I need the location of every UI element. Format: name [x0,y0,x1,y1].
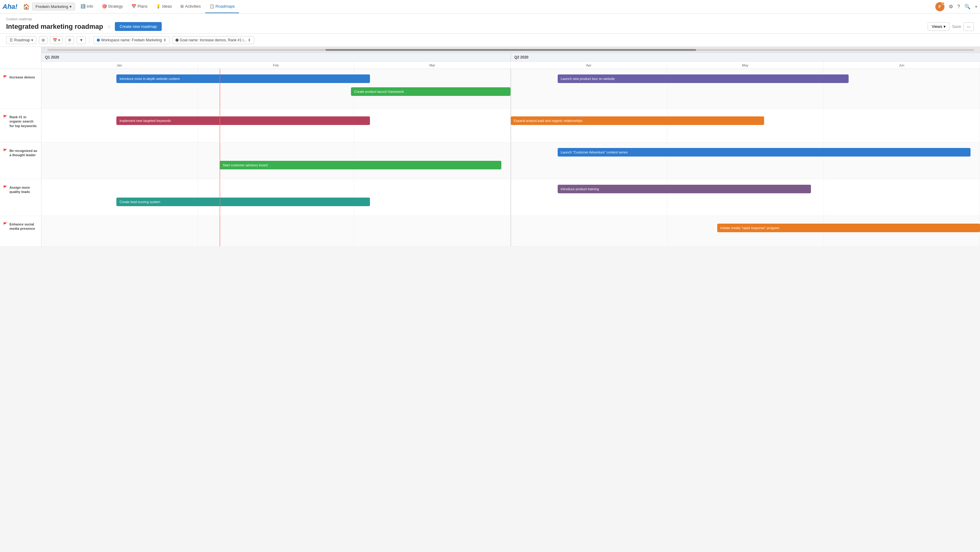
page-label: Custom roadmap [6,17,974,21]
sidebar-goal-quality-leads: 🚩 Assign more quality leads [0,179,41,216]
goal-filter[interactable]: Goal name: Increase demos, Rank #1 i... … [172,36,254,44]
goal-label: Be recognized as a thought leader [10,149,38,157]
chevron-icon: ⇕ [248,38,251,42]
nav-item-roadmaps[interactable]: 📋 Roadmaps [205,0,239,13]
bar-customer-adventure[interactable]: Launch "Customer Adventure" content seri… [558,148,971,156]
goal-row-thought-leader: Launch "Customer Adventure" content seri… [41,142,980,179]
period-q1: Q1 2020 [41,53,511,61]
top-nav: Aha! 🏠 Fredwin Marketing ▾ ℹ️ Info 🎯 Str… [0,0,980,13]
goal-label: Increase demos [10,75,35,80]
gantt-sidebar: 🚩 Increase demos 🚩 Rank #1 in organic se… [0,47,41,247]
page-title-right: Views ▾ Save ··· [928,22,974,31]
goal-row-increase-demos: Introduce more in-depth website content … [41,69,980,109]
chevron-down-icon: ▾ [70,4,72,9]
toolbar: ☰ Roadmap ▾ ⊞ 📅 ▾ ⚙ ▼ Workspace name: Fr… [0,34,980,47]
goal-label: Enhance social media presence [10,222,38,231]
create-roadmap-button[interactable]: Create new roadmap [115,22,162,31]
sidebar-goal-rank1: 🚩 Rank #1 in organic search for top keyw… [0,109,41,142]
nav-item-plans[interactable]: 📅 Plans [127,0,152,13]
view-toggle-button[interactable]: ⊞ [39,36,48,44]
help-icon[interactable]: ? [957,4,960,10]
bar-rapid-response[interactable]: Initiate media "rapid response" program [717,224,980,232]
gantt-container: 🚩 Increase demos 🚩 Rank #1 in organic se… [0,47,980,247]
app-logo: Aha! [2,3,18,11]
save-button[interactable]: Save [952,24,961,29]
more-options-button[interactable]: ··· [964,22,974,31]
date-button[interactable]: 📅 ▾ [50,36,63,44]
goal-flag-icon: 🚩 [3,222,7,226]
bar-product-tour[interactable]: Launch new product tour on website [558,75,849,83]
nav-item-strategy[interactable]: 🎯 Strategy [98,0,127,13]
period-row: Q1 2020 Q2 2020 [41,53,980,62]
bar-customer-advisory[interactable]: Start customer advisory board [220,161,501,169]
scrollbar-track[interactable] [48,49,974,51]
goal-label: Assign more quality leads [10,185,38,194]
nav-right: F ⚙ ? 🔍 + [935,2,978,11]
goal-flag-icon: 🚩 [3,115,7,119]
bar-analyst-relationships[interactable]: Expand analyst paid and organic relation… [511,116,764,125]
goal-label: Rank #1 in organic search for top keywor… [10,115,38,128]
bar-website-content[interactable]: Introduce more in-depth website content [116,75,370,83]
month-mar: Mar [354,62,511,68]
filter-button[interactable]: ▼ [76,36,86,44]
page-title: Integrated marketing roadmap [6,23,103,31]
avatar-wrap[interactable]: F [935,2,945,11]
month-apr: Apr [511,62,667,68]
scrollbar-area[interactable] [41,47,980,53]
page-header: Custom roadmap Integrated marketing road… [0,13,980,34]
nav-items: ℹ️ Info 🎯 Strategy 📅 Plans 💡 Ideas ⊞ Act… [76,0,239,13]
workspace-filter[interactable]: Workspace name: Fredwin Marketing ⇕ [94,36,170,44]
workspace-selector[interactable]: Fredwin Marketing ▾ [32,3,75,10]
chevron-down-icon: ▾ [31,38,33,42]
goal-flag-icon: 🚩 [3,185,7,189]
goal-filter-dot [175,38,178,42]
bar-lead-scoring[interactable]: Create lead scoring system [116,197,370,206]
info-icon: ℹ️ [81,4,86,9]
nav-item-info[interactable]: ℹ️ Info [76,0,98,13]
period-q2: Q2 2020 [511,53,980,61]
workspace-filter-dot [97,38,100,42]
scrollbar-thumb[interactable] [326,49,696,51]
roadmap-type-button[interactable]: ☰ Roadmap ▾ [6,36,37,44]
roadmaps-icon: 📋 [210,4,215,9]
bar-targeted-keywords[interactable]: Implement new targeted keywords [116,116,370,125]
ideas-icon: 💡 [156,4,161,9]
plans-icon: 📅 [131,4,136,9]
goal-flag-icon: 🚩 [3,149,7,153]
goal-row-rank1: Implement new targeted keywords Expand a… [41,109,980,142]
goal-row-social: Initiate media "rapid response" program [41,216,980,247]
page-title-row: Integrated marketing roadmap ☆ Create ne… [6,22,974,31]
plus-icon[interactable]: + [975,4,978,10]
sidebar-goal-social: 🚩 Enhance social media presence [0,216,41,247]
bar-product-training[interactable]: Introduce product training [558,185,811,193]
home-icon[interactable]: 🏠 [21,3,32,10]
goal-flag-icon: 🚩 [3,75,7,79]
gantt-main: Q1 2020 Q2 2020 Jan Feb Mar Apr May Jun [41,47,980,247]
views-button[interactable]: Views ▾ [928,22,950,31]
chevron-icon: ⇕ [163,38,166,42]
strategy-icon: 🎯 [102,4,107,9]
sidebar-goal-increase-demos: 🚩 Increase demos [0,69,41,109]
favorite-star-icon[interactable]: ☆ [107,24,111,29]
search-icon[interactable]: 🔍 [964,4,970,10]
list-icon: ☰ [10,38,13,42]
sidebar-goal-thought-leader: 🚩 Be recognized as a thought leader [0,142,41,179]
chevron-down-icon: ▾ [943,24,946,29]
bar-launch-framework[interactable]: Create product launch framework [351,87,511,96]
nav-item-activities[interactable]: ⊞ Activities [176,0,205,13]
gear-icon[interactable]: ⚙ [949,4,953,10]
nav-item-ideas[interactable]: 💡 Ideas [151,0,176,13]
workspace-name: Fredwin Marketing [35,4,68,9]
month-may: May [667,62,824,68]
month-feb: Feb [198,62,354,68]
activities-icon: ⊞ [180,4,184,9]
months-row: Jan Feb Mar Apr May Jun [41,62,980,69]
month-jan: Jan [41,62,198,68]
goal-row-quality-leads: Introduce product training Create lead s… [41,179,980,216]
settings-button[interactable]: ⚙ [65,36,74,44]
month-jun: Jun [824,62,980,68]
notification-dot [942,2,945,5]
